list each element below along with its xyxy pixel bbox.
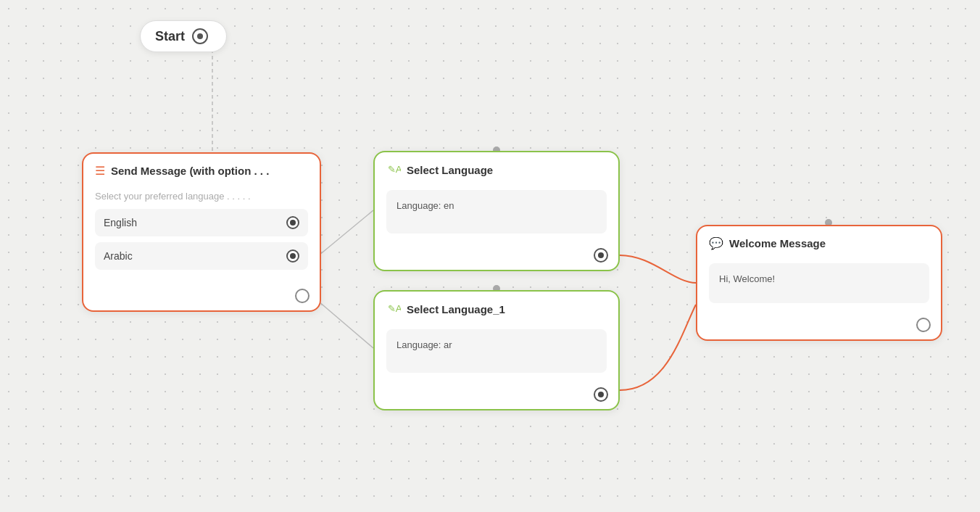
select-lang-header: ✎A Select Language (375, 152, 618, 184)
svg-line-2 (319, 302, 373, 348)
select-lang-1-footer (375, 384, 618, 409)
svg-line-1 (319, 210, 373, 255)
translate-icon: ✎A (386, 162, 401, 177)
send-message-header: ☰ Send Message (with option . . . (83, 154, 320, 185)
select-language-node[interactable]: ✎A Select Language Language: en (373, 151, 620, 271)
send-message-footer (83, 284, 320, 310)
welcome-output-port[interactable] (916, 318, 931, 332)
start-icon (192, 28, 208, 44)
option-arabic-label: Arabic (104, 250, 133, 262)
select-lang-footer (375, 245, 618, 270)
welcome-text: Hi, Welcome! (719, 273, 775, 284)
welcome-content: Hi, Welcome! (709, 263, 929, 303)
send-message-node[interactable]: ☰ Send Message (with option . . . Select… (82, 152, 321, 312)
option-row-arabic[interactable]: Arabic (95, 242, 308, 270)
select-lang-content: Language: en (386, 190, 607, 234)
select-lang-1-output-port[interactable] (594, 387, 608, 402)
chat-icon: 💬 (709, 236, 723, 250)
option-row-english[interactable]: English (95, 209, 308, 236)
option-arabic-radio[interactable] (286, 249, 299, 263)
list-icon: ☰ (95, 164, 105, 178)
svg-text:✎A: ✎A (388, 303, 401, 314)
send-message-subtitle: Select your preferred language . . . . . (95, 191, 308, 202)
option-english-label: English (104, 217, 137, 228)
welcome-body: Hi, Welcome! (697, 257, 941, 315)
select-lang-body: Language: en (375, 184, 618, 245)
translate-1-icon: ✎A (386, 302, 401, 316)
welcome-title: Welcome Message (729, 237, 826, 249)
welcome-footer (697, 315, 941, 339)
svg-text:✎A: ✎A (388, 164, 401, 175)
send-message-body: Select your preferred language . . . . .… (83, 185, 320, 284)
welcome-message-node[interactable]: 💬 Welcome Message Hi, Welcome! (696, 225, 942, 341)
select-lang-1-text: Language: ar (396, 339, 452, 350)
send-message-output-port[interactable] (295, 289, 310, 303)
select-lang-1-body: Language: ar (375, 323, 618, 384)
select-lang-title: Select Language (407, 164, 493, 176)
option-english-radio[interactable] (286, 216, 299, 229)
welcome-header: 💬 Welcome Message (697, 226, 941, 257)
start-node[interactable]: Start (140, 20, 227, 52)
send-message-title: Send Message (with option . . . (111, 165, 269, 177)
start-label: Start (155, 29, 185, 44)
select-lang-1-header: ✎A Select Language_1 (375, 292, 618, 323)
select-language-1-node[interactable]: ✎A Select Language_1 Language: ar (373, 290, 620, 410)
select-lang-output-port[interactable] (594, 248, 608, 263)
select-lang-text: Language: en (396, 200, 454, 211)
select-lang-1-content: Language: ar (386, 329, 607, 373)
select-lang-1-title: Select Language_1 (407, 303, 505, 315)
